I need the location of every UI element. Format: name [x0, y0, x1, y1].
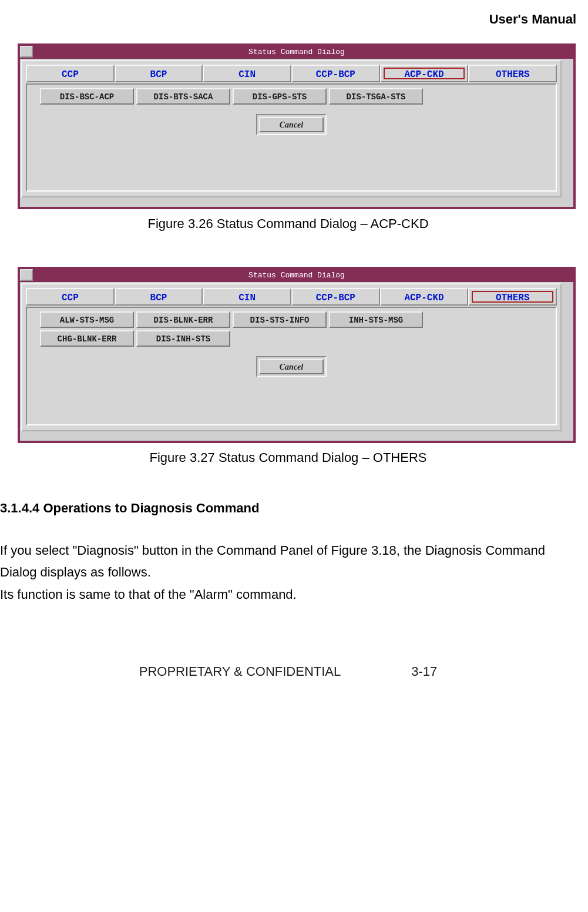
para2: Its function is same to that of the "Ala…	[0, 587, 297, 602]
cancel-button[interactable]: Cancel	[259, 359, 324, 374]
cmd-dis-blnk-err[interactable]: DIS-BLNK-ERR	[136, 311, 230, 328]
status-command-dialog-2: Status Command Dialog CCP BCP CIN CCP-BC…	[18, 267, 576, 443]
content-area: DIS-BSC-ACP DIS-BTS-SACA DIS-GPS-STS DIS…	[26, 83, 557, 192]
tabs-row: CCP BCP CIN CCP-BCP ACP-CKD OTHERS	[26, 288, 557, 306]
tab-acp-ckd[interactable]: ACP-CKD	[380, 288, 469, 306]
dialog-title-bar: Status Command Dialog	[20, 46, 573, 59]
footer-left: PROPRIETARY & CONFIDENTIAL	[139, 664, 341, 679]
cmd-dis-sts-info[interactable]: DIS-STS-INFO	[233, 311, 327, 328]
section-heading: 3.1.4.4 Operations to Diagnosis Command	[0, 501, 576, 516]
tab-acp-ckd[interactable]: ACP-CKD	[380, 65, 469, 82]
tabs-row: CCP BCP CIN CCP-BCP ACP-CKD OTHERS	[26, 65, 557, 82]
tab-ccp[interactable]: CCP	[26, 65, 115, 82]
tab-ccp-bcp[interactable]: CCP-BCP	[291, 65, 380, 82]
cmd-alw-sts-msg[interactable]: ALW-STS-MSG	[40, 311, 134, 328]
tab-bcp[interactable]: BCP	[115, 65, 203, 82]
tab-ccp[interactable]: CCP	[26, 288, 115, 306]
window-menu-icon[interactable]	[20, 269, 33, 281]
content-area: ALW-STS-MSG DIS-BLNK-ERR DIS-STS-INFO IN…	[26, 307, 557, 425]
dialog-title-bar: Status Command Dialog	[20, 269, 573, 282]
cmd-dis-inh-sts[interactable]: DIS-INH-STS	[136, 330, 230, 347]
cmd-dis-bts-saca[interactable]: DIS-BTS-SACA	[136, 88, 230, 105]
cancel-button[interactable]: Cancel	[259, 117, 324, 132]
footer: PROPRIETARY & CONFIDENTIAL 3-17	[0, 629, 576, 679]
tab-cin[interactable]: CIN	[203, 288, 291, 306]
figure-caption-2: Figure 3.27 Status Command Dialog – OTHE…	[0, 450, 576, 465]
tab-bcp[interactable]: BCP	[115, 288, 203, 306]
cmd-dis-gps-sts[interactable]: DIS-GPS-STS	[233, 88, 327, 105]
tab-cin[interactable]: CIN	[203, 65, 291, 82]
figure-caption-1: Figure 3.26 Status Command Dialog – ACP-…	[0, 216, 576, 232]
para1: If you select "Diagnosis" button in the …	[0, 543, 545, 579]
footer-right: 3-17	[411, 664, 437, 679]
body-text: If you select "Diagnosis" button in the …	[0, 539, 576, 605]
dialog-title: Status Command Dialog	[248, 48, 345, 56]
page-header: User's Manual	[0, 12, 576, 43]
cmd-dis-tsga-sts[interactable]: DIS-TSGA-STS	[329, 88, 423, 105]
cmd-inh-sts-msg[interactable]: INH-STS-MSG	[329, 311, 423, 328]
window-menu-icon[interactable]	[20, 46, 33, 58]
tab-others[interactable]: OTHERS	[468, 65, 557, 82]
cmd-dis-bsc-acp[interactable]: DIS-BSC-ACP	[40, 88, 134, 105]
cmd-chg-blnk-err[interactable]: CHG-BLNK-ERR	[40, 330, 134, 347]
dialog-title: Status Command Dialog	[248, 271, 345, 280]
status-command-dialog-1: Status Command Dialog CCP BCP CIN CCP-BC…	[18, 43, 576, 209]
tab-others[interactable]: OTHERS	[468, 288, 557, 306]
tab-ccp-bcp[interactable]: CCP-BCP	[291, 288, 380, 306]
